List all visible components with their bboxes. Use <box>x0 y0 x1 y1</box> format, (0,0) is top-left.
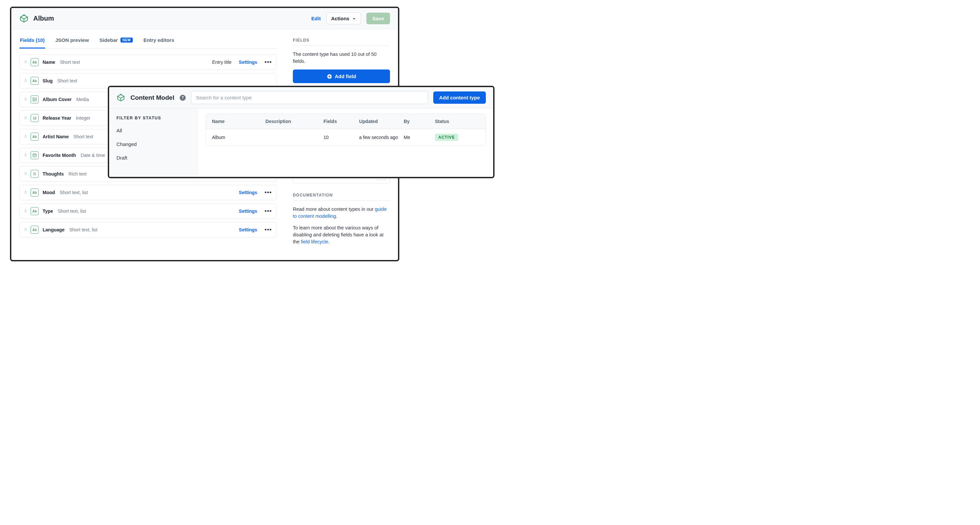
field-type: Short text, list <box>60 190 88 195</box>
add-field-label: Add field <box>335 73 356 79</box>
field-name: Release Year <box>43 115 71 121</box>
cell-status: ACTIVE <box>435 134 479 141</box>
field-type-icon <box>30 170 38 178</box>
drag-handle-icon[interactable]: ⠿ <box>24 154 27 156</box>
tab-sidebar-label: Sidebar <box>100 37 118 43</box>
documentation-heading: DOCUMENTATION <box>293 193 390 198</box>
field-type: Short text <box>57 78 77 84</box>
field-type: Integer <box>76 115 91 121</box>
field-row[interactable]: ⠿AbNameShort textEntry titleSettings••• <box>19 54 277 70</box>
field-type-icon: Ab <box>30 133 38 141</box>
field-type-icon: Ab <box>30 58 38 66</box>
field-type: Date & time <box>81 152 105 158</box>
field-type: Rich text <box>68 171 86 176</box>
editor-tabs: Fields (10) JSON preview Sidebar NEW Ent… <box>19 29 277 49</box>
cell-updated: a few seconds ago <box>359 135 404 140</box>
lifecycle-link[interactable]: field lifecycle <box>301 239 328 244</box>
field-type: Short text, list <box>58 208 86 214</box>
filter-heading: FILTER BY STATUS <box>109 116 198 124</box>
drag-handle-icon[interactable]: ⠿ <box>24 80 27 82</box>
field-name: Type <box>43 208 53 214</box>
field-settings-link[interactable]: Settings <box>239 190 257 195</box>
entry-title-label: Entry title <box>212 60 232 65</box>
table-header: Name Description Fields Updated By Statu… <box>206 114 485 129</box>
edit-link[interactable]: Edit <box>312 16 321 21</box>
drag-handle-icon[interactable]: ⠿ <box>24 173 27 175</box>
drag-handle-icon[interactable]: ⠿ <box>24 229 27 231</box>
more-icon[interactable]: ••• <box>264 208 272 215</box>
drag-handle-icon[interactable]: ⠿ <box>24 61 27 63</box>
add-content-type-button[interactable]: Add content type <box>433 92 486 104</box>
field-settings-link[interactable]: Settings <box>239 227 257 232</box>
field-type: Short text <box>73 134 94 139</box>
search-input[interactable] <box>191 91 428 104</box>
field-type-icon: Ab <box>30 77 38 85</box>
box-icon <box>19 14 29 23</box>
field-type: Short text <box>60 60 80 65</box>
add-field-button[interactable]: Add field <box>293 70 390 83</box>
field-name: Thoughts <box>43 171 64 176</box>
doc-paragraph-1: Read more about content types in our gui… <box>293 206 390 220</box>
filter-item[interactable]: Draft <box>109 151 198 165</box>
filter-sidebar: FILTER BY STATUS AllChangedDraft <box>109 108 198 178</box>
more-icon[interactable]: ••• <box>264 59 272 66</box>
filter-item[interactable]: Changed <box>109 137 198 151</box>
cell-fields: 10 <box>323 135 359 140</box>
field-type-icon: 31 <box>30 151 38 159</box>
tab-fields[interactable]: Fields (10) <box>19 32 45 48</box>
chevron-down-icon <box>352 17 356 21</box>
page-title: Album <box>33 14 54 22</box>
content-type-table: Name Description Fields Updated By Statu… <box>206 114 486 146</box>
save-button[interactable]: Save <box>366 13 390 24</box>
field-name: Artist Name <box>43 134 69 139</box>
filter-item[interactable]: All <box>109 124 198 137</box>
field-type-icon: Ab <box>30 226 38 234</box>
content-model-header: Content Model ? Add content type <box>109 87 493 108</box>
table-row[interactable]: Album10a few seconds agoMeACTIVE <box>206 129 485 146</box>
tab-json-preview[interactable]: JSON preview <box>54 32 89 48</box>
col-updated: Updated <box>359 119 404 124</box>
field-type-icon: 12 <box>30 114 38 122</box>
actions-label: Actions <box>331 16 349 21</box>
cell-by: Me <box>404 135 435 140</box>
fields-usage: The content type has used 10 out of 50 f… <box>293 51 390 65</box>
field-type-icon: Ab <box>30 189 38 197</box>
field-type: Media <box>76 97 89 102</box>
field-settings-link[interactable]: Settings <box>239 60 257 65</box>
content-model-window: Content Model ? Add content type FILTER … <box>108 86 495 178</box>
svg-point-1 <box>33 98 34 99</box>
field-name: Name <box>43 60 55 65</box>
content-model-main: Name Description Fields Updated By Statu… <box>198 108 493 178</box>
more-icon[interactable]: ••• <box>264 227 272 233</box>
status-badge: ACTIVE <box>435 134 458 141</box>
drag-handle-icon[interactable]: ⠿ <box>24 117 27 119</box>
doc-paragraph-2: To learn more about the various ways of … <box>293 224 390 245</box>
field-row[interactable]: ⠿AbTypeShort text, listSettings••• <box>19 203 277 219</box>
more-icon[interactable]: ••• <box>264 189 272 196</box>
tab-sidebar[interactable]: Sidebar NEW <box>99 32 134 48</box>
drag-handle-icon[interactable]: ⠿ <box>24 98 27 100</box>
field-row[interactable]: ⠿AbMoodShort text, listSettings••• <box>19 185 277 200</box>
drag-handle-icon[interactable]: ⠿ <box>24 192 27 194</box>
content-model-title: Content Model <box>130 94 174 102</box>
col-by: By <box>404 119 435 124</box>
field-name: Slug <box>43 78 52 84</box>
new-badge: NEW <box>121 38 133 43</box>
field-name: Mood <box>43 190 55 195</box>
cell-name: Album <box>212 135 266 140</box>
drag-handle-icon[interactable]: ⠿ <box>24 210 27 212</box>
drag-handle-icon[interactable]: ⠿ <box>24 136 27 138</box>
field-row[interactable]: ⠿AbLanguageShort text, listSettings••• <box>19 222 277 237</box>
actions-dropdown[interactable]: Actions <box>326 13 361 24</box>
plus-circle-icon <box>327 74 332 79</box>
col-description: Description <box>266 119 323 124</box>
help-icon[interactable]: ? <box>180 95 186 101</box>
field-settings-link[interactable]: Settings <box>239 208 257 214</box>
col-name: Name <box>212 119 266 124</box>
editor-header: Album Edit Actions Save <box>11 8 398 29</box>
field-type-icon <box>30 95 38 103</box>
box-icon <box>116 94 125 102</box>
field-name: Language <box>43 227 65 232</box>
tab-entry-editors[interactable]: Entry editors <box>143 32 175 48</box>
fields-heading: FIELDS <box>293 38 390 43</box>
